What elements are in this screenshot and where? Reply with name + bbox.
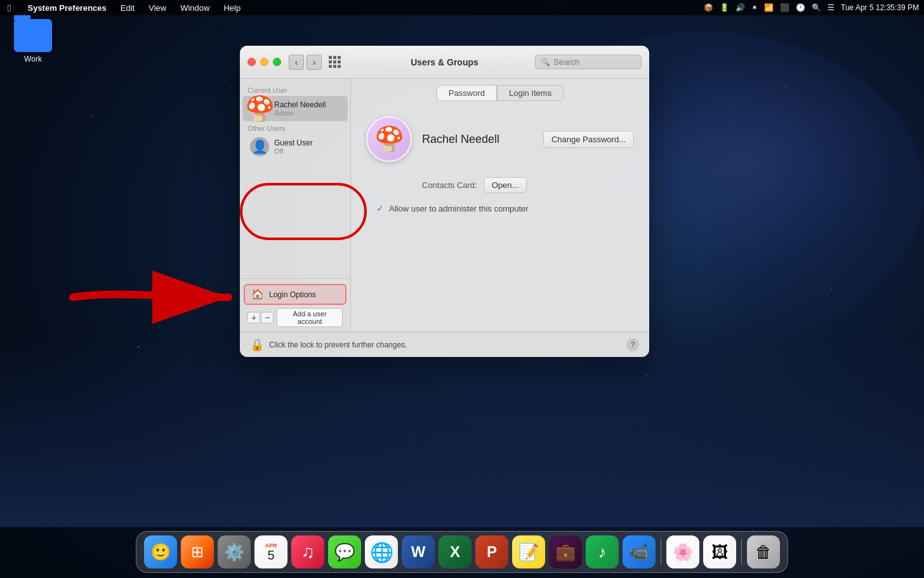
users-groups-window: ‹ › Users & Groups 🔍 Current User: [240, 46, 649, 357]
dock-separator: [661, 539, 661, 565]
close-button[interactable]: [248, 58, 256, 66]
window-titlebar: ‹ › Users & Groups 🔍: [240, 46, 649, 79]
user-detail-header: 🍄 Rachel Needell Change Password...: [366, 116, 634, 162]
dock-photos[interactable]: 🌸: [666, 535, 699, 568]
folder-icon: [14, 19, 52, 52]
dock-music[interactable]: ♫: [291, 535, 324, 568]
nav-buttons: ‹ ›: [289, 55, 322, 70]
spotify-icon: ♪: [598, 542, 607, 562]
help-button[interactable]: ?: [626, 339, 639, 351]
change-password-button[interactable]: Change Password...: [543, 131, 634, 148]
photos-icon: 🌸: [673, 542, 693, 562]
dock-system-preferences[interactable]: ⚙️: [218, 535, 251, 568]
ppt-icon: P: [487, 543, 497, 561]
search-icon-small: 🔍: [541, 58, 550, 67]
dock-trash[interactable]: 🗑: [747, 535, 780, 568]
sidebar-item-guest[interactable]: 👤 Guest User Off: [242, 134, 348, 159]
notification-icon[interactable]: ☰: [828, 3, 835, 12]
wifi-icon: 📶: [764, 3, 774, 12]
minimize-button[interactable]: [260, 58, 268, 66]
tab-password[interactable]: Password: [437, 85, 497, 101]
sidebar: Current User 🍄 Rachel Needell Admin Othe…: [240, 79, 351, 332]
finder-icon: 🙂: [150, 542, 171, 562]
user-detail: 🍄 Rachel Needell Change Password... Cont…: [351, 106, 649, 229]
dock-finder[interactable]: 🙂: [144, 535, 177, 568]
zoom-icon: 📹: [629, 542, 649, 562]
dock-calendar[interactable]: APR 5: [254, 535, 287, 568]
main-content: Password Login Items 🍄 Rachel Needell Ch…: [351, 79, 649, 332]
lock-icon[interactable]: 🔒: [250, 338, 264, 352]
trash-icon: 🗑: [755, 542, 772, 562]
preview-icon: 🖼: [711, 542, 728, 562]
user-avatar-large: 🍄: [366, 116, 412, 162]
open-contacts-button[interactable]: Open...: [484, 177, 527, 193]
allow-admin-row: ✓ Allow user to administer this computer: [376, 198, 529, 218]
grid-view-button[interactable]: [326, 53, 343, 71]
dock-slack[interactable]: 💼: [549, 535, 582, 568]
user-detail-name: Rachel Needell: [422, 133, 499, 146]
remove-user-btn[interactable]: −: [261, 312, 274, 323]
launchpad-icon: ⊞: [191, 543, 204, 561]
dock: 🙂 ⊞ ⚙️ APR 5 ♫ 💬 🌐 W: [136, 531, 788, 573]
search-box[interactable]: 🔍: [535, 55, 642, 69]
search-icon[interactable]: 🔍: [812, 3, 821, 12]
dock-word[interactable]: W: [402, 535, 435, 568]
clock-display: Tue Apr 5 12:35:39 PM: [841, 3, 919, 12]
menubar:  System Preferences Edit View Window He…: [0, 0, 924, 15]
dropbox-icon: 📦: [704, 3, 713, 12]
dock-excel[interactable]: X: [439, 535, 472, 568]
current-user-label: Current User: [240, 84, 350, 95]
sidebar-item-rachel[interactable]: 🍄 Rachel Needell Admin: [242, 96, 348, 121]
guest-avatar: 👤: [250, 137, 269, 156]
screen-icon: ⬛: [780, 3, 789, 12]
window-title: Users & Groups: [411, 57, 478, 67]
grid-icon: [329, 56, 341, 68]
dock-zoom[interactable]: 📹: [623, 535, 656, 568]
traffic-lights: [248, 58, 281, 66]
menu-view[interactable]: View: [146, 2, 169, 14]
sidebar-bottom: 🏠 Login Options + − Add a user account: [240, 278, 350, 332]
back-button[interactable]: ‹: [289, 55, 304, 70]
chrome-icon: 🌐: [370, 541, 393, 563]
apple-menu[interactable]: : [5, 1, 13, 15]
dock-messages[interactable]: 💬: [328, 535, 361, 568]
window-footer: 🔒 Click the lock to prevent further chan…: [240, 332, 649, 357]
app-name[interactable]: System Preferences: [25, 2, 109, 14]
music-icon: ♫: [301, 542, 315, 562]
desktop-folder-work[interactable]: Work: [8, 19, 58, 64]
dock-chrome[interactable]: 🌐: [365, 535, 398, 568]
forward-button[interactable]: ›: [307, 55, 322, 70]
calendar-day: 5: [267, 549, 274, 561]
checkbox-checked-icon: ✓: [376, 203, 384, 213]
calendar-icon: APR 5: [265, 543, 277, 561]
login-options-item[interactable]: 🏠 Login Options: [244, 284, 346, 305]
maximize-button[interactable]: [273, 58, 281, 66]
notes-icon: 📝: [518, 542, 539, 562]
home-icon: 🏠: [251, 288, 264, 300]
dock-separator-2: [741, 539, 742, 565]
rachel-name: Rachel Needell: [274, 100, 326, 109]
add-user-icon-btn[interactable]: +: [248, 312, 260, 323]
tab-login-items[interactable]: Login Items: [497, 85, 564, 101]
contacts-card-label: Contacts Card:: [422, 180, 477, 190]
desktop:  System Preferences Edit View Window He…: [0, 0, 924, 578]
dock-powerpoint[interactable]: P: [475, 535, 508, 568]
allow-admin-label: Allow user to administer this computer: [389, 204, 529, 213]
dock-launchpad[interactable]: ⊞: [181, 535, 214, 568]
search-input[interactable]: [553, 57, 636, 67]
contacts-card-row: Contacts Card: Open...: [366, 172, 527, 198]
volume-icon: 🔊: [736, 3, 745, 12]
menu-help[interactable]: Help: [221, 2, 243, 14]
menu-window[interactable]: Window: [178, 2, 212, 14]
sysprefs-icon: ⚙️: [224, 542, 244, 562]
rachel-role: Admin: [274, 109, 326, 117]
dock-spotify[interactable]: ♪: [586, 535, 619, 568]
battery-icon: 🔋: [720, 3, 729, 12]
menu-edit[interactable]: Edit: [118, 2, 137, 14]
dock-notes[interactable]: 📝: [512, 535, 545, 568]
tab-bar: Password Login Items: [351, 79, 649, 106]
dock-preview[interactable]: 🖼: [703, 535, 736, 568]
login-options-label: Login Options: [269, 290, 316, 299]
window-body: Current User 🍄 Rachel Needell Admin Othe…: [240, 79, 649, 332]
add-user-account-button[interactable]: Add a user account: [277, 308, 343, 327]
